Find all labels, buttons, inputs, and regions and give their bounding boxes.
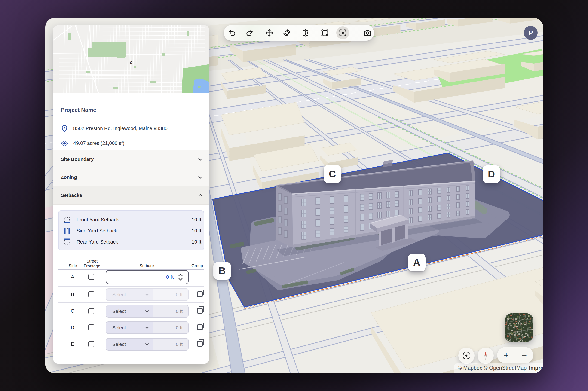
setback-label: Rear Yard Setback	[77, 239, 186, 245]
site-edge-label-c[interactable]: C	[324, 165, 341, 183]
transform-button[interactable]	[318, 26, 331, 39]
mirror-button[interactable]	[299, 26, 312, 39]
divider	[53, 118, 209, 119]
divider	[58, 302, 204, 303]
site-edge-label-b[interactable]: B	[213, 262, 231, 280]
row-a-side: A	[68, 274, 77, 280]
rear-yard-setback-row: Rear Yard Setback 10 ft	[63, 238, 201, 246]
area-row: 49.07 acres (21,000 sf)	[61, 140, 124, 147]
project-title: Project Name	[61, 107, 96, 113]
frame-site-button[interactable]	[458, 348, 475, 364]
select-dropdown[interactable]: Select	[106, 339, 153, 350]
chevron-up-icon	[197, 193, 203, 198]
setback-value-field: 0 ft	[153, 289, 188, 300]
app-window: C D B A	[45, 18, 543, 373]
project-area: 49.07 acres (21,000 sf)	[73, 140, 124, 146]
divider	[58, 352, 204, 352]
rear-yard-setback-icon	[63, 238, 71, 246]
camera-button[interactable]	[361, 26, 374, 39]
row-e-street-frontage-checkbox[interactable]	[88, 341, 94, 347]
project-sidebar: C Project Name 8502 Preston Rd. Inglewoo…	[53, 25, 209, 364]
row-b-street-frontage-checkbox[interactable]	[88, 292, 94, 297]
frame-center-button[interactable]	[336, 26, 349, 39]
select-placeholder: Select	[112, 325, 126, 330]
section-site-boundary[interactable]: Site Boundary	[53, 150, 209, 169]
site-area-icon	[61, 140, 68, 147]
row-e-copy-group-button[interactable]	[196, 339, 205, 348]
transform-icon	[321, 29, 329, 37]
zoom-in-button[interactable]: +	[499, 347, 513, 363]
svg-text:C: C	[130, 61, 132, 65]
row-a-street-frontage-checkbox[interactable]	[88, 274, 94, 280]
row-d-street-frontage-checkbox[interactable]	[88, 324, 94, 330]
row-b-setback-select[interactable]: Select 0 ft	[106, 289, 189, 301]
move-button[interactable]	[263, 26, 276, 39]
select-dropdown[interactable]: Select	[106, 289, 153, 300]
row-a-setback-input[interactable]: 0 ft	[106, 270, 189, 284]
section-setbacks[interactable]: Setbacks	[53, 187, 209, 204]
select-dropdown[interactable]: Select	[106, 305, 153, 317]
setback-value: 0 ft	[166, 274, 174, 280]
section-zoning[interactable]: Zoning	[53, 169, 209, 187]
chevron-down-icon	[144, 308, 150, 314]
row-c-side: C	[68, 308, 77, 314]
stepper-icon[interactable]	[177, 272, 184, 282]
camera-icon	[364, 29, 372, 37]
location-pin-icon	[61, 125, 68, 132]
row-c-street-frontage-checkbox[interactable]	[88, 308, 94, 314]
address-row: 8502 Preston Rd. Inglewood, Maine 98380	[61, 125, 168, 132]
divider	[58, 336, 204, 336]
row-e-side: E	[68, 341, 77, 347]
move-icon	[265, 29, 273, 37]
zoom-controls: + −	[497, 347, 533, 363]
undo-button[interactable]	[226, 26, 239, 39]
mirror-icon	[301, 29, 309, 37]
setback-value-field: 0 ft	[153, 339, 188, 350]
row-c-copy-group-button[interactable]	[196, 305, 205, 315]
column-header-setback: Setback	[138, 263, 156, 268]
setback-value: 0 ft	[176, 342, 183, 347]
chevron-down-icon	[144, 342, 150, 347]
select-placeholder: Select	[112, 292, 126, 297]
select-dropdown[interactable]: Select	[106, 322, 153, 333]
setback-value: 10 ft	[192, 239, 201, 245]
copy-icon	[196, 289, 205, 298]
site-edge-label-a[interactable]: A	[408, 254, 425, 271]
setback-value: 0 ft	[176, 308, 183, 314]
row-c-setback-select[interactable]: Select 0 ft	[106, 305, 189, 317]
project-address: 8502 Preston Rd. Inglewood, Maine 98380	[73, 126, 168, 131]
section-label: Site Boundary	[61, 156, 197, 162]
setback-value: 10 ft	[192, 228, 201, 234]
basemap-thumbnail[interactable]	[505, 313, 533, 342]
column-header-group: Group	[188, 263, 206, 268]
compass-icon	[481, 351, 490, 360]
row-d-setback-select[interactable]: Select 0 ft	[106, 321, 189, 334]
toolbar-divider	[260, 28, 261, 37]
row-d-copy-group-button[interactable]	[196, 322, 205, 331]
row-d-side: D	[68, 324, 77, 330]
site-edge-label-d[interactable]: D	[483, 166, 500, 183]
attribution-link[interactable]: Improve this map	[529, 365, 543, 371]
minimap[interactable]: C	[53, 25, 209, 93]
chevron-down-icon	[197, 156, 203, 162]
divider	[58, 319, 204, 319]
section-label: Setbacks	[61, 193, 197, 198]
redo-icon	[245, 29, 253, 37]
setback-summary-box: Front Yard Setback 10 ft Side Yard Setba…	[58, 210, 204, 251]
column-header-street-frontage: Street Frontage	[78, 259, 106, 269]
rotate-button[interactable]	[280, 26, 293, 39]
side-yard-setback-row: Side Yard Setback 10 ft	[63, 227, 201, 235]
redo-button[interactable]	[243, 26, 256, 39]
zoom-out-button[interactable]: −	[517, 347, 531, 363]
compass-button[interactable]	[478, 348, 494, 364]
row-e-setback-select[interactable]: Select 0 ft	[106, 338, 189, 351]
satellite-image	[505, 313, 533, 342]
front-yard-setback-icon	[63, 216, 71, 223]
map-toolbar	[224, 25, 374, 41]
user-avatar[interactable]: P	[524, 26, 538, 40]
setback-value: 0 ft	[176, 292, 183, 297]
copy-icon	[196, 322, 205, 331]
select-placeholder: Select	[112, 342, 126, 347]
rotate-icon	[283, 29, 291, 37]
row-b-copy-group-button[interactable]	[196, 289, 205, 298]
